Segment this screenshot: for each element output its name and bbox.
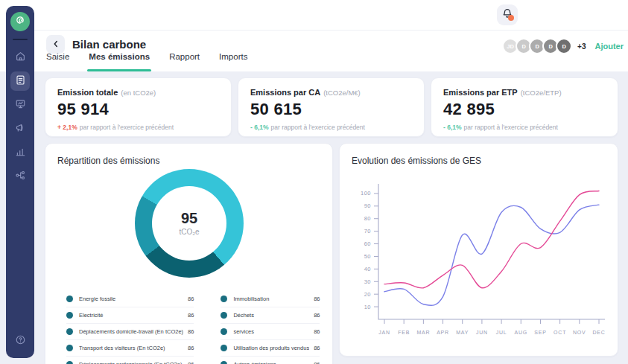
- legend-item: Déchets86: [221, 307, 320, 324]
- stat-delta-suffix: par rapport à l'exercice précédent: [80, 124, 174, 131]
- sidebar-item-monitor[interactable]: [10, 95, 30, 115]
- line-chart-title: Evolution des émissions de GES: [352, 156, 481, 166]
- donut-legend: Energie fossile86Immobilisation86Electri…: [66, 291, 310, 364]
- stat-card-emissions-par-ca: Emissions par CA(tCO2e/M€)50 615- 6,1%pa…: [238, 77, 425, 137]
- sidebar-nav: [10, 43, 30, 186]
- tab-saisie[interactable]: Saisie: [46, 52, 69, 71]
- spiral-logo-icon: [14, 14, 26, 29]
- tab-imports[interactable]: Imports: [219, 52, 247, 71]
- y-tick-label: 10: [364, 304, 371, 310]
- donut-center-value: 95: [181, 211, 197, 226]
- page-title: Bilan carbone: [72, 38, 146, 51]
- stat-delta-suffix: par rapport à l'exercice précédent: [464, 124, 558, 131]
- emissions-breakdown-card: Répartition des émissions 95 tCO₂e Energ…: [45, 143, 333, 364]
- series-emissions-blue: [384, 205, 599, 305]
- sidebar-item-bar-chart[interactable]: [10, 143, 30, 162]
- y-tick-label: 80: [364, 215, 371, 222]
- x-tick-label: DEC: [592, 330, 605, 335]
- stat-delta: - 6,1%: [250, 124, 269, 131]
- x-tick-label: AUG: [514, 330, 527, 335]
- stat-unit: (en tCO2e): [121, 89, 156, 97]
- donut-card-title: Répartition des émissions: [57, 156, 159, 166]
- legend-label: Déchets: [233, 312, 309, 319]
- legend-label: Utilisation des produits vendus: [233, 345, 309, 351]
- legend-item: Immobilisation86: [221, 291, 320, 307]
- legend-value: 86: [314, 328, 320, 335]
- home-icon: [15, 51, 26, 65]
- legend-item: Transport des visiteurs (En tCO2e)86: [66, 340, 194, 357]
- legend-value: 86: [188, 296, 194, 302]
- stat-title: Emissions par CA: [250, 88, 320, 97]
- ges-evolution-card: Evolution des émissions de GES 102030405…: [339, 143, 618, 357]
- tab-mes-emissions[interactable]: Mes émissions: [89, 52, 150, 71]
- y-tick-label: 100: [361, 190, 371, 197]
- stat-card-emission-totale: Emission totale(en tCO2e)95 914+ 2,1%par…: [45, 77, 232, 137]
- legend-dot: [221, 296, 227, 302]
- legend-dot: [221, 328, 227, 335]
- megaphone-icon: [15, 122, 26, 136]
- legend-label: Déplacements professionnels (En tCO2e): [79, 361, 183, 364]
- x-tick-label: JUL: [496, 330, 507, 335]
- avatar[interactable]: D: [556, 38, 572, 54]
- legend-dot: [66, 345, 73, 351]
- x-tick-label: JAN: [378, 330, 390, 335]
- legend-dot: [221, 345, 227, 351]
- document-icon: [15, 74, 26, 89]
- org-chart-icon: [15, 170, 26, 184]
- donut-center: 95 tCO₂e: [152, 186, 226, 261]
- legend-value: 86: [314, 296, 320, 302]
- sidebar-item-org-chart[interactable]: [10, 167, 30, 186]
- legend-item: Déplacements domicile-travail (En tCO2e)…: [66, 324, 194, 340]
- legend-value: 86: [188, 345, 194, 351]
- sidebar-item-home[interactable]: [10, 48, 30, 67]
- y-tick-label: 90: [364, 202, 371, 209]
- stat-title: Emission totale: [57, 88, 118, 97]
- legend-value: 86: [188, 312, 194, 319]
- y-tick-label: 20: [364, 291, 371, 298]
- legend-item: Electricité86: [66, 307, 194, 324]
- legend-label: Electricité: [79, 312, 183, 319]
- tab-bar: SaisieMes émissionsRapportImports: [46, 52, 247, 71]
- x-tick-label: MAY: [456, 330, 469, 335]
- help-button[interactable]: [10, 331, 30, 351]
- legend-dot: [221, 361, 227, 364]
- sidebar: [6, 6, 34, 358]
- legend-value: 86: [188, 361, 194, 364]
- x-tick-label: MAR: [416, 330, 430, 335]
- stat-card-emissions-par-etp: Emissions par ETP(tCO2e/ETP)42 895- 6,1%…: [431, 77, 618, 137]
- legend-label: Transport des visiteurs (En tCO2e): [79, 345, 183, 351]
- legend-value: 86: [314, 312, 320, 319]
- stat-value: 95 914: [57, 100, 219, 119]
- x-tick-label: APR: [437, 330, 449, 335]
- sidebar-divider: [13, 39, 28, 40]
- legend-dot: [221, 312, 227, 319]
- app-logo[interactable]: [10, 12, 30, 31]
- legend-item: Utilisation des produits vendus86: [221, 340, 320, 357]
- legend-value: 86: [314, 361, 320, 364]
- stat-title: Emissions par ETP: [443, 88, 518, 97]
- x-tick-label: OCT: [554, 330, 566, 335]
- back-button[interactable]: [46, 35, 65, 54]
- topbar-divider: [34, 30, 628, 31]
- legend-value: 86: [188, 328, 194, 335]
- add-member-button[interactable]: Ajouter: [595, 42, 624, 51]
- x-tick-label: NOV: [573, 330, 586, 335]
- sidebar-item-document[interactable]: [10, 71, 30, 91]
- chevron-left-icon: [51, 38, 60, 51]
- notifications-button[interactable]: [497, 4, 518, 25]
- legend-dot: [66, 296, 73, 302]
- legend-value: 86: [314, 345, 320, 351]
- sidebar-item-megaphone[interactable]: [10, 119, 30, 138]
- tab-rapport[interactable]: Rapport: [169, 52, 200, 71]
- legend-dot: [66, 328, 73, 335]
- stat-unit: (tCO2e/ETP): [521, 89, 562, 97]
- legend-dot: [66, 312, 73, 319]
- donut-chart: 95 tCO₂e: [135, 169, 244, 278]
- legend-item: Autres émissions86: [221, 357, 320, 364]
- stat-delta: + 2,1%: [57, 124, 77, 131]
- legend-dot: [66, 361, 73, 364]
- series-emissions-pink: [384, 191, 599, 288]
- x-tick-label: JUN: [476, 330, 488, 335]
- line-chart-svg: 102030405060708090100JANFEBMARAPRMAYJUNJ…: [343, 170, 613, 354]
- legend-label: Energie fossile: [79, 296, 183, 302]
